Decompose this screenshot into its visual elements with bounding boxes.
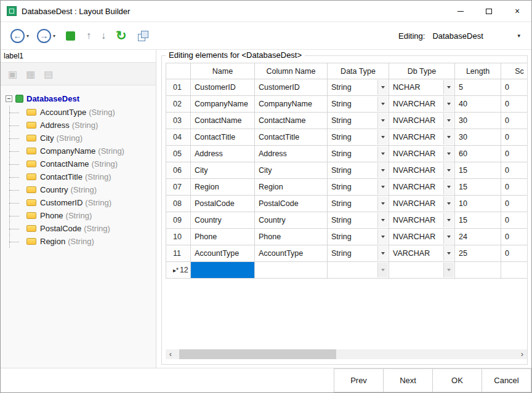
row-header[interactable]: 03 xyxy=(166,113,191,129)
minimize-button[interactable]: ─ xyxy=(446,1,475,22)
back-dropdown-caret-icon[interactable]: ▾ xyxy=(26,33,29,39)
cell-scale[interactable]: 0 xyxy=(501,146,527,162)
tree-item-city[interactable]: City(String) xyxy=(6,132,156,145)
tree-item-accounttype[interactable]: AccountType(String) xyxy=(6,106,156,119)
cell-name[interactable]: AccountType xyxy=(191,245,255,262)
cell-length[interactable]: 25 xyxy=(455,245,501,262)
maximize-button[interactable] xyxy=(475,1,503,22)
cancel-button[interactable]: Cancel xyxy=(482,368,531,392)
cell-data_type[interactable]: String xyxy=(328,245,389,262)
cell-data_type[interactable]: String xyxy=(328,212,389,229)
cell-dropdown-button[interactable] xyxy=(377,113,388,128)
editing-combobox[interactable]: DatabaseDest ▾ xyxy=(430,29,523,43)
cell-db_type[interactable]: NCHAR xyxy=(389,79,455,96)
cell-name[interactable] xyxy=(191,262,255,279)
row-header[interactable]: 04 xyxy=(166,129,191,146)
cell-dropdown-button[interactable] xyxy=(443,80,454,95)
cell-db_type[interactable]: NVARCHAR xyxy=(389,113,455,129)
cell-name[interactable]: CompanyName xyxy=(191,96,255,113)
cell-dropdown-button[interactable] xyxy=(377,146,388,161)
tree-item-region[interactable]: Region(String) xyxy=(6,235,156,248)
cell-name[interactable]: Phone xyxy=(191,229,255,245)
cell-dropdown-button[interactable] xyxy=(443,146,454,161)
cell-db_type[interactable]: NVARCHAR xyxy=(389,212,455,229)
cell-data_type[interactable] xyxy=(328,262,389,279)
cell-data_type[interactable]: String xyxy=(328,79,389,96)
cell-scale[interactable]: 0 xyxy=(501,245,527,262)
cell-data_type[interactable]: String xyxy=(328,96,389,113)
tree-item-postalcode[interactable]: PostalCode(String) xyxy=(6,222,156,235)
cell-dropdown-button[interactable] xyxy=(377,130,388,145)
forward-button[interactable]: → xyxy=(37,29,51,43)
cell-dropdown-button[interactable] xyxy=(443,196,454,211)
cell-scale[interactable]: 0 xyxy=(501,96,527,113)
delete-element-icon[interactable]: ▤ xyxy=(44,68,53,80)
close-button[interactable]: × xyxy=(503,1,531,22)
new-row-header[interactable]: ▸*12 xyxy=(166,262,191,279)
collapse-icon[interactable] xyxy=(6,95,12,102)
cell-scale[interactable]: 0 xyxy=(501,212,527,229)
back-button[interactable]: ← xyxy=(10,29,25,43)
move-down-button[interactable]: ↓ xyxy=(101,30,106,41)
row-header[interactable]: 06 xyxy=(166,162,191,179)
cell-column_name[interactable]: PostalCode xyxy=(255,196,328,212)
stop-button[interactable] xyxy=(66,31,75,41)
row-header[interactable]: 01 xyxy=(166,79,191,96)
move-up-button[interactable]: ↑ xyxy=(86,30,91,41)
cell-data_type[interactable]: String xyxy=(328,129,389,146)
row-header[interactable]: 10 xyxy=(166,229,191,245)
tree-item-contacttitle[interactable]: ContactTitle(String) xyxy=(6,170,156,183)
row-header[interactable]: 02 xyxy=(166,96,191,113)
cell-dropdown-button[interactable] xyxy=(443,246,454,261)
cell-data_type[interactable]: String xyxy=(328,196,389,212)
cell-column_name[interactable]: Region xyxy=(255,179,328,196)
row-header[interactable]: 11 xyxy=(166,245,191,262)
cell-data_type[interactable]: String xyxy=(328,113,389,129)
new-element-icon[interactable]: ▣ xyxy=(8,68,17,80)
cell-dropdown-button[interactable] xyxy=(377,213,388,228)
cell-column_name[interactable]: City xyxy=(255,162,328,179)
tree-item-address[interactable]: Address(String) xyxy=(6,119,156,132)
forward-dropdown-caret-icon[interactable]: ▾ xyxy=(53,33,55,39)
cell-data_type[interactable]: String xyxy=(328,229,389,245)
cell-name[interactable]: ContactTitle xyxy=(191,129,255,146)
scroll-left-icon[interactable]: ‹ xyxy=(166,349,175,359)
cell-scale[interactable]: 0 xyxy=(501,229,527,245)
cell-db_type[interactable]: NVARCHAR xyxy=(389,96,455,113)
cell-length[interactable]: 10 xyxy=(455,196,501,212)
cell-data_type[interactable]: String xyxy=(328,179,389,196)
scrollbar-thumb[interactable] xyxy=(179,349,336,359)
cell-scale[interactable]: 0 xyxy=(501,162,527,179)
cell-db_type[interactable]: NVARCHAR xyxy=(389,146,455,162)
tree-root-databasedest[interactable]: DatabaseDest xyxy=(6,92,156,106)
cell-scale[interactable]: 0 xyxy=(501,79,527,96)
cell-length[interactable]: 5 xyxy=(455,79,501,96)
cell-name[interactable]: Country xyxy=(191,212,255,229)
tree-item-companyname[interactable]: CompanyName(String) xyxy=(6,145,156,157)
cell-dropdown-button[interactable] xyxy=(377,229,388,244)
cell-column_name[interactable]: CompanyName xyxy=(255,96,328,113)
refresh-button[interactable]: ↻ xyxy=(116,30,127,42)
next-button[interactable]: Next xyxy=(383,368,433,392)
cell-db_type[interactable]: NVARCHAR xyxy=(389,229,455,245)
cell-dropdown-button[interactable] xyxy=(377,97,388,111)
cell-dropdown-button[interactable] xyxy=(377,80,388,95)
cell-dropdown-button[interactable] xyxy=(377,263,388,277)
cell-column_name[interactable]: ContactTitle xyxy=(255,129,328,146)
tree-item-phone[interactable]: Phone(String) xyxy=(6,209,156,222)
cell-column_name[interactable]: CustomerID xyxy=(255,79,328,96)
cell-dropdown-button[interactable] xyxy=(443,263,454,277)
cell-dropdown-button[interactable] xyxy=(443,229,454,244)
cell-db_type[interactable]: NVARCHAR xyxy=(389,196,455,212)
tree-item-customerid[interactable]: CustomerID(String) xyxy=(6,196,156,209)
cell-length[interactable]: 15 xyxy=(455,162,501,179)
cell-name[interactable]: CustomerID xyxy=(191,79,255,96)
cell-length[interactable]: 15 xyxy=(455,179,501,196)
cell-length[interactable]: 60 xyxy=(455,146,501,162)
cell-db_type[interactable]: NVARCHAR xyxy=(389,162,455,179)
cell-name[interactable]: PostalCode xyxy=(191,196,255,212)
cell-db_type[interactable]: NVARCHAR xyxy=(389,179,455,196)
copy-layout-button[interactable] xyxy=(137,30,148,42)
cell-dropdown-button[interactable] xyxy=(443,180,454,194)
row-header[interactable]: 07 xyxy=(166,179,191,196)
